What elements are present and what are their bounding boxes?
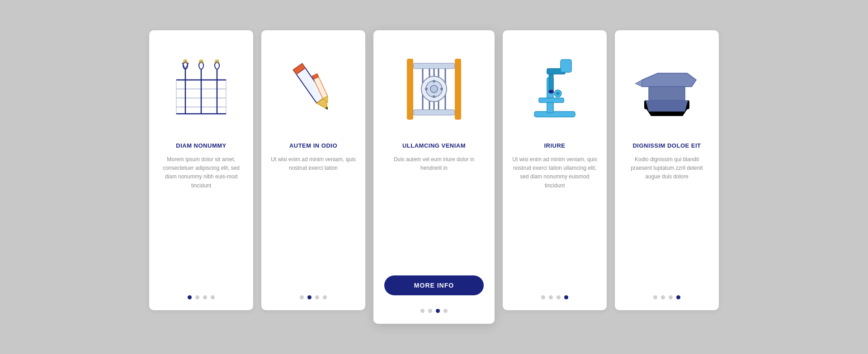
svg-rect-46 (549, 74, 553, 90)
card-title-4: IRIURE (544, 142, 565, 149)
dot (443, 309, 448, 313)
card-body-3: Duis autem vel eum iriure dolor in hendr… (384, 155, 484, 266)
dot (676, 295, 680, 299)
card-body-5: Kodio dignissim qui blandit praesent lup… (624, 155, 710, 283)
anvil-icon (633, 53, 701, 125)
dot (669, 295, 673, 299)
svg-rect-52 (649, 87, 685, 100)
dot (188, 295, 192, 299)
dot (203, 295, 207, 299)
pencil-icon (279, 53, 347, 125)
cards-container: DIAM NONUMMY Morem ipsum dolor sit amet,… (122, 12, 746, 342)
dot (541, 295, 545, 299)
svg-rect-45 (561, 60, 571, 72)
svg-rect-25 (407, 59, 413, 120)
dot (307, 295, 311, 299)
spool-icon (393, 50, 475, 129)
dot (428, 309, 432, 313)
svg-rect-41 (534, 112, 575, 117)
dot (211, 295, 215, 299)
microscope-icon (521, 53, 589, 125)
dots-5 (653, 292, 680, 299)
svg-point-49 (556, 92, 560, 95)
dot (420, 309, 425, 313)
card-diam-nonummy: DIAM NONUMMY Morem ipsum dolor sit amet,… (149, 30, 253, 310)
card-icon-area-4 (512, 44, 598, 134)
svg-point-37 (433, 80, 435, 83)
dot (549, 295, 553, 299)
dots-3 (420, 305, 448, 313)
card-body-2: Ut wisi enim ad minim veniam, quis nostr… (270, 155, 356, 283)
dot (564, 295, 568, 299)
svg-rect-28 (413, 110, 455, 115)
svg-rect-27 (413, 63, 455, 69)
card-body-4: Ut wisi enim ad minim veniam, quis nostr… (512, 155, 598, 283)
svg-point-40 (440, 88, 443, 90)
dots-2 (300, 292, 327, 299)
dot (653, 295, 657, 299)
card-autem-in-odio: AUTEM IN ODIO Ut wisi enim ad minim veni… (261, 30, 365, 310)
fence-icon (167, 53, 235, 125)
dot (300, 295, 304, 299)
card-title-5: DIGNISSIM DOLOE EIT (632, 142, 701, 149)
dot (661, 295, 665, 299)
card-title-2: AUTEM IN ODIO (289, 142, 337, 149)
card-dignissim-doloe-eit: DIGNISSIM DOLOE EIT Kodio dignissim qui … (615, 30, 719, 310)
card-icon-area-1 (158, 44, 244, 134)
dot (323, 295, 327, 299)
svg-rect-26 (455, 59, 461, 120)
card-body-1: Morem ipsum dolor sit amet, consectetuer… (158, 155, 244, 283)
card-title-3: ULLAMCING VENIAM (402, 142, 466, 149)
svg-point-38 (433, 95, 435, 98)
card-icon-area-3 (384, 44, 484, 134)
dot (436, 309, 440, 313)
dot (195, 295, 199, 299)
card-iriure: IRIURE Ut wisi enim ad minim veniam, qui… (503, 30, 607, 310)
dot (315, 295, 319, 299)
card-title-1: DIAM NONUMMY (176, 142, 226, 149)
card-icon-area-5 (624, 44, 710, 134)
card-icon-area-2 (270, 44, 356, 134)
card-ullamcing-veniam: ULLAMCING VENIAM Duis autem vel eum iriu… (373, 30, 495, 324)
dot (557, 295, 561, 299)
more-info-button[interactable]: MORE INFO (384, 275, 484, 295)
svg-point-47 (548, 90, 554, 93)
svg-rect-43 (539, 98, 564, 102)
dots-4 (541, 292, 568, 299)
dots-1 (188, 292, 215, 299)
svg-point-39 (425, 88, 428, 90)
svg-point-36 (430, 85, 438, 93)
